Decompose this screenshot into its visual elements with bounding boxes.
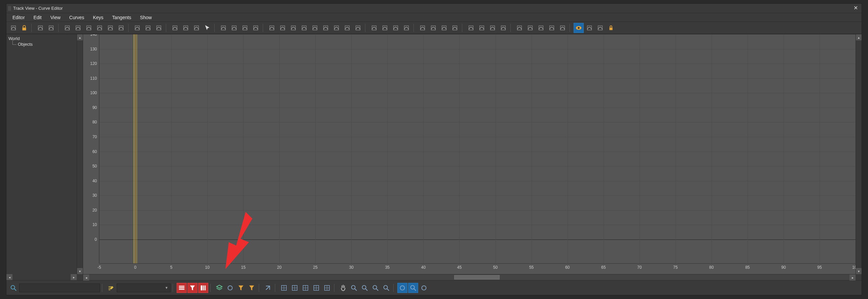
region-keys-icon[interactable] [116, 23, 126, 33]
menu-curves[interactable]: Curves [65, 14, 88, 21]
param-curve-icon[interactable] [170, 23, 180, 33]
filter-animated-tracks-button[interactable] [187, 283, 197, 293]
scroll-left-icon[interactable]: ◂ [6, 274, 12, 280]
select-icon[interactable] [202, 23, 212, 33]
playhead[interactable] [134, 34, 136, 263]
tree-node-world[interactable]: World [8, 36, 81, 41]
ease-curve-icon[interactable] [181, 23, 191, 33]
tangent-smooth-icon[interactable] [310, 23, 320, 33]
menu-keys[interactable]: Keys [89, 14, 107, 21]
tangent-fast-icon[interactable] [321, 23, 331, 33]
scroll-up-icon[interactable]: ▴ [77, 34, 83, 40]
lock-tangents-icon[interactable] [606, 23, 616, 33]
pingpong-icon[interactable] [380, 23, 390, 33]
buffer-snap-icon[interactable] [450, 23, 460, 33]
spline-tangent-icon[interactable] [154, 23, 164, 33]
tangent-unify-icon[interactable] [240, 23, 250, 33]
globe-icon[interactable] [225, 283, 235, 293]
buffer-b-icon[interactable] [439, 23, 449, 33]
close-button[interactable]: ✕ [851, 5, 860, 12]
snap-frames-icon[interactable] [279, 283, 289, 293]
buffer-a-icon[interactable] [428, 23, 438, 33]
scroll-left-icon[interactable]: ◂ [83, 274, 89, 280]
zoom-horiz-icon[interactable] [370, 283, 380, 293]
filter-selected-tracks-button[interactable] [177, 283, 187, 293]
curve-mode-c-icon[interactable] [536, 23, 546, 33]
scroll-right-icon[interactable]: ▸ [71, 274, 77, 280]
name-input[interactable]: ▼ [117, 284, 170, 292]
slide-keys-icon[interactable] [62, 23, 72, 33]
tree-horizontal-scrollbar[interactable]: ◂ ▸ [6, 274, 77, 280]
tangent-step-in-icon[interactable] [288, 23, 299, 33]
link-icon[interactable] [35, 23, 45, 33]
buffer-swap-icon[interactable] [417, 23, 428, 33]
cycle-icon[interactable] [391, 23, 401, 33]
graph-horizontal-scrollbar[interactable]: ◂ ▸ [83, 274, 856, 280]
scroll-right-icon[interactable]: ▸ [849, 274, 856, 280]
search-icon[interactable] [8, 283, 19, 293]
hierarchy-tree[interactable]: World Objects [6, 34, 83, 280]
tangent-linear-out-icon[interactable] [278, 23, 288, 33]
zoom-vert-brackets-icon[interactable] [381, 283, 391, 293]
loop-icon[interactable] [369, 23, 379, 33]
tangent-break-icon[interactable] [229, 23, 239, 33]
scroll-track[interactable] [12, 274, 71, 280]
tangent-auto-icon[interactable] [353, 23, 363, 33]
menu-edit[interactable]: Edit [30, 14, 46, 21]
curve-mode-b-icon[interactable] [525, 23, 535, 33]
show-keyable-icon[interactable] [574, 23, 584, 33]
menu-editor[interactable]: Editor [8, 14, 29, 21]
edit-name-icon[interactable] [106, 283, 116, 293]
filter-gear-icon[interactable] [8, 23, 19, 33]
show-buffer-icon[interactable] [595, 23, 605, 33]
layers-icon[interactable] [214, 283, 224, 293]
tangent-custom-icon[interactable] [342, 23, 352, 33]
step-tangent-icon[interactable] [132, 23, 142, 33]
search-input[interactable] [19, 284, 100, 292]
scroll-track[interactable] [77, 40, 83, 268]
graph-vertical-scrollbar[interactable]: ▴ ▾ [856, 34, 862, 274]
scroll-down-icon[interactable]: ▾ [77, 268, 83, 274]
snap-select-icon[interactable] [301, 283, 311, 293]
plot-area[interactable] [99, 34, 856, 263]
snap-grid-icon[interactable] [290, 283, 300, 293]
snap-key-icon[interactable] [311, 283, 321, 293]
tree-node-objects[interactable]: Objects [8, 41, 81, 47]
zoom-region-icon[interactable] [349, 283, 359, 293]
scroll-track[interactable] [856, 40, 862, 268]
add-keys-icon[interactable] [84, 23, 94, 33]
tangent-free-icon[interactable] [218, 23, 228, 33]
pan-icon[interactable] [338, 283, 348, 293]
transform-type-icon[interactable] [263, 283, 273, 293]
filter-eye-plus-icon[interactable] [247, 283, 257, 293]
snap-time-icon[interactable] [322, 283, 332, 293]
scrollbar-thumb[interactable] [454, 275, 500, 279]
tangent-flat-icon[interactable] [251, 23, 261, 33]
tree-vertical-scrollbar[interactable]: ▴ ▾ [77, 34, 83, 274]
move-keys-icon[interactable] [46, 23, 56, 33]
isolate-curve-icon[interactable] [397, 283, 407, 293]
region-tool-c-icon[interactable] [488, 23, 498, 33]
reduce-keys-icon[interactable] [105, 23, 115, 33]
menu-view[interactable]: View [46, 14, 65, 21]
curve-mode-e-icon[interactable] [557, 23, 567, 33]
filter-eye-icon[interactable] [236, 283, 246, 293]
curve-mode-a-icon[interactable] [515, 23, 525, 33]
lock-icon[interactable] [19, 23, 29, 33]
region-tool-b-icon[interactable] [477, 23, 487, 33]
scale-keys-icon[interactable] [73, 23, 83, 33]
curve-graph[interactable]: 0102030405060708090100110120130140 -5051… [83, 34, 856, 274]
menu-show[interactable]: Show [136, 14, 156, 21]
auto-tangent-icon[interactable] [143, 23, 153, 33]
show-all-tangents-icon[interactable] [584, 23, 594, 33]
menu-tangents[interactable]: Tangents [108, 14, 135, 21]
region-tool-a-icon[interactable] [466, 23, 476, 33]
filter-selected-object-tracks-button[interactable] [198, 283, 208, 293]
region-tool-d-icon[interactable] [498, 23, 508, 33]
zoom-icon[interactable] [408, 283, 418, 293]
zoom-extents-icon[interactable] [360, 283, 370, 293]
tangent-slow-icon[interactable] [331, 23, 341, 33]
tangent-step-out-icon[interactable] [299, 23, 309, 33]
draw-curves-icon[interactable] [95, 23, 105, 33]
relative-repeat-icon[interactable] [401, 23, 411, 33]
